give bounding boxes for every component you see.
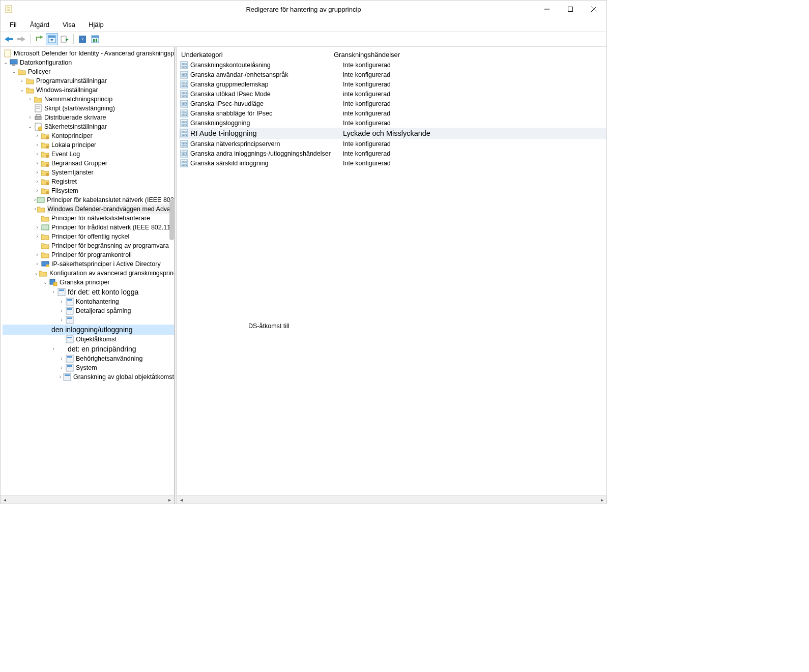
- forward-button[interactable]: [15, 33, 27, 45]
- menu-file[interactable]: Fil: [4, 19, 23, 31]
- back-button[interactable]: [3, 33, 15, 45]
- list-header: Underkategori Granskningshändelser: [177, 47, 606, 60]
- tree-account-mgmt[interactable]: Kontohantering: [3, 297, 174, 306]
- tree-windows-settings[interactable]: Windows-inställningar: [3, 85, 174, 95]
- list-row[interactable]: 01010101Granska gruppmedlemskapInte konf…: [179, 79, 606, 89]
- list-row[interactable]: 01010101Granska andra inloggnings-/utlog…: [179, 149, 606, 158]
- menu-view[interactable]: Visa: [56, 19, 81, 31]
- tree-wired-network[interactable]: Principer för kabelanslutet nätverk (IEE…: [3, 195, 174, 204]
- up-button[interactable]: [33, 33, 45, 45]
- list-row[interactable]: 01010101Granska användar-/enhetsanspråki…: [179, 70, 606, 79]
- tree-public-key[interactable]: Principer för offentlig nyckel: [3, 232, 174, 241]
- root-node[interactable]: Microsoft Defender for Identity - Avance…: [3, 49, 174, 58]
- policy-folder-icon: [41, 132, 49, 140]
- tree-advanced-audit[interactable]: Konfiguration av avancerad granskningspr…: [3, 269, 174, 278]
- tree-system-services[interactable]: Systemtjänster: [3, 168, 174, 177]
- policy-folder-icon: [41, 159, 49, 167]
- tree-account-policies[interactable]: Kontoprinciper: [3, 131, 174, 140]
- tree-app-control[interactable]: Principer för programkontroll: [3, 250, 174, 259]
- tree-label: för det: ett konto logga: [68, 287, 138, 297]
- tree-label: Windows-inställningar: [36, 85, 98, 95]
- tree-defender-firewall[interactable]: Windows Defender-brandväggen med Advair: [3, 204, 174, 214]
- tree-filesystem[interactable]: Filsystem: [3, 186, 174, 195]
- list-cell-status: Inte konfigurerad: [341, 140, 606, 148]
- list-row[interactable]: 01010101GranskningsloggningInte konfigur…: [179, 118, 606, 128]
- tree-label: Windows Defender-brandväggen med Advair: [47, 204, 174, 214]
- tree-name-resolution[interactable]: Namnmatchningsprincip: [3, 95, 174, 104]
- svg-marker-51: [37, 207, 45, 212]
- list-body[interactable]: 01010101GranskningskontoutelåsningInte k…: [177, 60, 606, 495]
- tree-audit-policies[interactable]: Granska principer: [3, 278, 174, 287]
- tree-policy-change[interactable]: det: en principändring: [3, 344, 174, 354]
- close-button[interactable]: [582, 2, 605, 17]
- tree-restricted-groups[interactable]: Begränsad Grupper: [3, 159, 174, 168]
- properties-button[interactable]: [89, 33, 101, 45]
- svg-rect-32: [35, 116, 41, 120]
- tree-ds-access-empty[interactable]: [3, 315, 174, 325]
- tree-registry[interactable]: Registret: [3, 177, 174, 186]
- scroll-left-icon[interactable]: ◂: [1, 495, 9, 504]
- help-button[interactable]: ?: [76, 33, 89, 45]
- tree-hscroll[interactable]: ◂ ▸: [1, 495, 174, 504]
- list-row[interactable]: 01010101Granska snabbläge för IPsecinte …: [179, 108, 606, 118]
- tree-label: Säkerhetsinställningar: [44, 122, 107, 131]
- audit-item-icon: 01010101: [180, 140, 188, 148]
- maximize-button[interactable]: [559, 2, 582, 17]
- tree-detailed-tracking[interactable]: Detaljerad spårning: [3, 306, 174, 315]
- scroll-right-icon[interactable]: ▸: [165, 495, 174, 504]
- tree-object-access[interactable]: Objektåtkomst: [3, 335, 174, 344]
- policy-folder-icon: [41, 150, 49, 158]
- svg-rect-67: [67, 308, 72, 310]
- svg-rect-71: [67, 337, 72, 338]
- tree-label: Objektåtkomst: [76, 335, 117, 344]
- tree-system[interactable]: System: [3, 363, 174, 372]
- tree-label: Datorkonfiguration: [20, 58, 72, 67]
- tree-event-log[interactable]: Event Log: [3, 150, 174, 159]
- export-button[interactable]: [59, 33, 71, 45]
- column-header-subcategory[interactable]: Underkategori: [181, 51, 334, 59]
- network-icon: [37, 196, 45, 204]
- menu-help[interactable]: Hjälp: [82, 19, 110, 31]
- svg-point-49: [46, 191, 49, 194]
- list-row[interactable]: 01010101Granska särskild inloggningInte …: [179, 158, 606, 168]
- scroll-right-icon[interactable]: ▸: [598, 495, 606, 504]
- minimize-button[interactable]: [535, 2, 559, 17]
- tree-privilege-use[interactable]: Behörighetsanvändning: [3, 354, 174, 363]
- audit-item-icon: 01010101: [180, 129, 188, 137]
- tree-label: Konfiguration av avancerad granskningspr…: [49, 269, 174, 278]
- tree-computer-config[interactable]: Datorkonfiguration: [3, 58, 174, 67]
- list-hscroll[interactable]: ◂ ▸: [177, 495, 606, 504]
- menu-action[interactable]: Åtgärd: [24, 19, 55, 31]
- list-row[interactable]: 01010101Granska IPsec-huvudlägeInte konf…: [179, 99, 606, 108]
- tree-wireless-network[interactable]: Principer för trådlöst nätverk (IEEE 802…: [3, 223, 174, 232]
- tree-logon-logoff[interactable]: den inloggning/utloggning: [3, 325, 174, 335]
- svg-point-35: [38, 127, 42, 131]
- tree-security-settings[interactable]: Säkerhetsinställningar: [3, 122, 174, 131]
- svg-rect-22: [5, 50, 11, 57]
- tree-account-logon[interactable]: för det: ett konto logga: [3, 287, 174, 297]
- list-row[interactable]: 01010101Granska utökad IPsec Modeinte ko…: [179, 89, 606, 99]
- tree-local-policies[interactable]: Lokala principer: [3, 140, 174, 150]
- tree-vscroll-thumb[interactable]: [169, 199, 174, 240]
- show-hide-tree-button[interactable]: [46, 33, 58, 45]
- tree-software-restriction[interactable]: Principer för begränsning av programvara: [3, 241, 174, 250]
- column-header-audit-events[interactable]: Granskningshändelser: [334, 51, 602, 59]
- list-row[interactable]: 01010101Granska nätverksprincipservernIn…: [179, 139, 606, 149]
- scroll-left-icon[interactable]: ◂: [177, 495, 186, 504]
- svg-rect-75: [67, 365, 72, 367]
- tree-scripts[interactable]: Skript (start/avstängning): [3, 104, 174, 113]
- app-icon: [5, 5, 13, 13]
- tree-software-settings[interactable]: Programvaruinställningar: [3, 76, 174, 85]
- policy-folder-icon: [41, 141, 49, 149]
- tree-deployed-printers[interactable]: Distribuerade skrivare: [3, 113, 174, 122]
- list-cell-status: Inte konfigurerad: [341, 100, 606, 107]
- tree-network-list[interactable]: Principer för nätverkslistehanterare: [3, 214, 174, 223]
- list-row[interactable]: 01010101RI Aude t-inloggningLyckade och …: [179, 128, 606, 139]
- tree-ip-security[interactable]: IP-säkerhetsprinciper i Active Directory: [3, 259, 174, 269]
- tree-scroll[interactable]: Microsoft Defender for Identity - Avance…: [1, 47, 174, 495]
- list-row[interactable]: 01010101GranskningskontoutelåsningInte k…: [179, 60, 606, 70]
- tree-policies[interactable]: Policyer: [3, 67, 174, 76]
- tree-label: Event Log: [51, 150, 80, 159]
- tree-global-object[interactable]: Granskning av global objektåtkomst: [3, 372, 174, 382]
- svg-text:0101: 0101: [181, 163, 187, 166]
